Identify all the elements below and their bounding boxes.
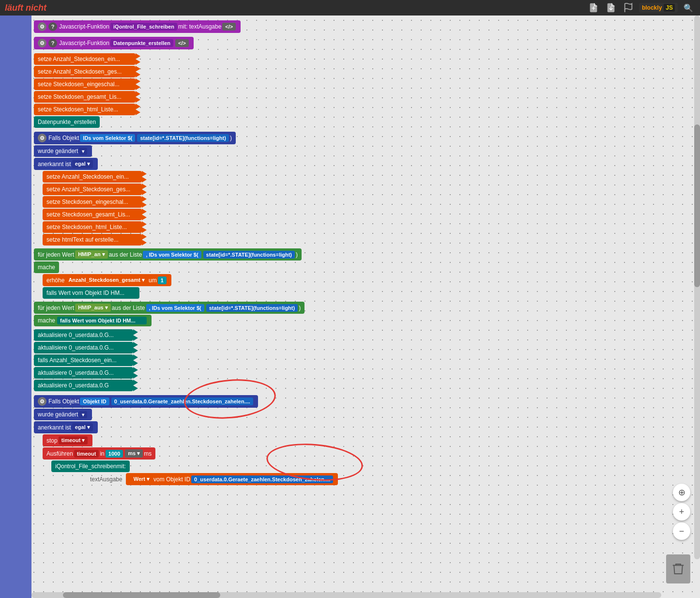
top-bar: läuft nicht blockly JS 🔍 [0, 0, 700, 15]
js-func-2-line: ⚙ ? Javascript-Funktion Datenpunkte_erst… [34, 37, 508, 49]
objekt-id-value-2: 0_userdata.0.Geraete_zaehlen.Steckdosen_… [191, 475, 333, 483]
falls-objekt-2-label: Falls Objekt [48, 398, 79, 405]
set-steckdosen-html[interactable]: setze Steckdosen_html_Liste... [34, 104, 136, 115]
anerkannt-1-line: anerkannt ist egal ▾ [34, 158, 508, 170]
fuer-jeden-1-line: für jeden Wert HMIP_an ▾ aus der Liste ,… [34, 248, 508, 261]
erhoehe-line: erhöhe Anzahl_Steckdosen_gesamt ▾ um 1 [43, 274, 508, 286]
js-func-1-name: iQontrol_File_schreiben [110, 23, 177, 31]
ausfuehren-block[interactable]: Ausführen timeout in 1000 ms ▾ ms [43, 447, 155, 460]
zoom-out-button[interactable]: − [673, 522, 690, 540]
falls-objekt-1[interactable]: ⚙ Falls Objekt IDs vom Selektor $( state… [34, 132, 236, 144]
inner-set-html[interactable]: setze Steckdosen_html_Liste... [43, 221, 142, 233]
q-icon-1: ? [48, 22, 57, 31]
wurde-dropdown-1[interactable]: ▾ [79, 148, 87, 155]
erhoehe-block[interactable]: erhöhe Anzahl_Steckdosen_gesamt ▾ um 1 [43, 274, 171, 286]
akt-3: falls Anzahl_Steckdosen_ein... [34, 354, 508, 366]
wurde-dropdown-2[interactable]: ▾ [79, 411, 87, 418]
search-icon[interactable]: 🔍 [682, 1, 695, 15]
scrollbar-vertical[interactable] [694, 15, 700, 559]
zoom-in-button[interactable]: + [673, 503, 690, 521]
falls-wert-1[interactable]: falls Wert vom Objekt ID HM... [43, 287, 139, 299]
anerkannt-2[interactable]: anerkannt ist egal ▾ [34, 421, 98, 433]
inner-set-anzahl-ges[interactable]: setze Anzahl_Steckdosen_ges... [43, 184, 142, 195]
html-text-block[interactable]: setze htmlText auf erstelle... [43, 234, 142, 245]
timeout-chip-2[interactable]: timeout [74, 450, 99, 458]
akt-block-5[interactable]: aktualisiere 0_userdata.0.G [34, 380, 133, 391]
ausfuehren-line: Ausführen timeout in 1000 ms ▾ ms [43, 447, 508, 460]
wert-block[interactable]: Wert ▾ vom Objekt ID 0_userdata.0.Geraet… [126, 473, 338, 485]
akt-block-1[interactable]: aktualisiere 0_userdata.0.G... [34, 329, 133, 341]
falls-objekt-2[interactable]: ⚙ Falls Objekt Objekt ID 0_userdata.0.Ge… [34, 395, 258, 408]
iqontrol-inner-wrap: iQontrol_File_schreiben mit: textAusgabe… [51, 460, 508, 485]
inner-set-eingesch[interactable]: setze Steckdosen_eingeschal... [43, 196, 142, 208]
wert-chip[interactable]: Wert ▾ [131, 475, 152, 483]
blocks-container: ⚙ ? Javascript-Funktion iQontrol_File_sc… [34, 20, 508, 489]
mache-2-line: mache falls Wert vom Objekt ID HM... [34, 315, 508, 326]
inner-set-4: setze Steckdosen_gesamt_Lis... [43, 209, 508, 220]
mache-1[interactable]: mache [34, 261, 59, 273]
inner-set-gesamt[interactable]: setze Steckdosen_gesamt_Lis... [43, 209, 142, 220]
wurde-label-1: wurde geändert [38, 148, 78, 154]
ms-unit[interactable]: ms ▾ [125, 449, 143, 458]
set-blocks-section: setze Anzahl_Steckdosen_ein... setze Anz… [34, 53, 508, 128]
selector-value-2: state[id=*.STATE](functions=light) [203, 251, 295, 259]
mache-2[interactable]: mache falls Wert vom Objekt ID HM... [34, 315, 152, 326]
toolbar-icons: blockly JS 🔍 [587, 1, 695, 15]
js-func-1-block[interactable]: ⚙ ? Javascript-Funktion iQontrol_File_sc… [34, 20, 241, 33]
falls-anzahl-block[interactable]: falls Anzahl_Steckdosen_ein... [34, 354, 133, 366]
gear-icon-4: ⚙ [38, 397, 46, 406]
time-value: 1000 [106, 450, 123, 458]
stop-timeout-block[interactable]: stop timeout ▾ [43, 434, 92, 446]
import-icon[interactable] [604, 1, 618, 15]
set-anzahl-ges[interactable]: setze Anzahl_Steckdosen_ges... [34, 66, 136, 77]
zoom-controls: ⊕ + − [673, 484, 690, 540]
fuer-jeden-2-line: für jeden Wert HMIP_aus ▾ aus der Liste … [34, 302, 508, 314]
wurde-geandert-1-line: wurde geändert ▾ [34, 145, 508, 157]
anerkannt-label-2: anerkannt ist [38, 424, 71, 431]
js-func-1-code: </> [222, 23, 236, 31]
trash-icon[interactable] [666, 554, 690, 583]
js-label: JS [664, 4, 675, 12]
inner-set-blocks: setze Anzahl_Steckdosen_ein... setze Anz… [43, 171, 508, 245]
wurde-geandert-2[interactable]: wurde geändert ▾ [34, 409, 92, 420]
sel-close-3: ) [299, 305, 301, 311]
inner-set-2: setze Anzahl_Steckdosen_ges... [43, 184, 508, 195]
scrollbar-horizontal[interactable] [31, 592, 661, 598]
akt-block-4[interactable]: aktualisiere 0_userdata.0.G... [34, 367, 133, 379]
timeout-chip-1[interactable]: timeout ▾ [59, 436, 88, 445]
export-icon[interactable] [587, 1, 600, 15]
hmip-aus-chip[interactable]: HMIP_aus ▾ [75, 304, 111, 312]
datenpunkte-erstellen[interactable]: Datenpunkte_erstellen [34, 116, 100, 128]
iqontrol-inner-block[interactable]: iQontrol_File_schreiben mit: [51, 460, 130, 472]
workspace: ⚙ ? Javascript-Funktion iQontrol_File_sc… [0, 15, 700, 598]
akt-block-2[interactable]: aktualisiere 0_userdata.0.G... [34, 342, 133, 353]
anerkannt-1[interactable]: anerkannt ist egal ▾ [34, 158, 98, 170]
zoom-center-button[interactable]: ⊕ [673, 484, 690, 501]
fuer-jeden-label-1: für jeden Wert [38, 251, 74, 258]
set-steckdosen-gesamt[interactable]: setze Steckdosen_gesamt_Lis... [34, 91, 136, 103]
selector-value-3: state[id=*.STATE](functions=light) [206, 304, 298, 312]
blockly-label: blockly [642, 4, 662, 11]
set-block-2: setze Anzahl_Steckdosen_ges... [34, 66, 508, 77]
fuer-jeden-1[interactable]: für jeden Wert HMIP_an ▾ aus der Liste ,… [34, 248, 302, 261]
falls-wert-2[interactable]: falls Wert vom Objekt ID HM... [57, 317, 147, 324]
egal-chip-2[interactable]: egal ▾ [72, 423, 93, 431]
js-func-2-block[interactable]: ⚙ ? Javascript-Funktion Datenpunkte_erst… [34, 37, 194, 49]
set-steckdosen-eingesch[interactable]: setze Steckdosen_eingeschal... [34, 78, 136, 90]
flag-icon[interactable] [622, 1, 635, 15]
inner-set-anzahl-ein[interactable]: setze Anzahl_Steckdosen_ein... [43, 171, 142, 183]
set-anzahl-ein[interactable]: setze Anzahl_Steckdosen_ein... [34, 53, 136, 65]
akt-2: aktualisiere 0_userdata.0.G... [34, 342, 508, 353]
hmip-an-chip[interactable]: HMIP_an ▾ [75, 250, 108, 259]
value-1: 1 [158, 276, 167, 284]
anzahl-steckdosen-chip[interactable]: Anzahl_Steckdosen_gesamt ▾ [65, 276, 148, 284]
um-text: um [149, 277, 157, 284]
iqontrol-inner-line: iQontrol_File_schreiben mit: [51, 460, 508, 472]
js-func-1-section: ⚙ ? Javascript-Funktion iQontrol_File_sc… [34, 20, 508, 33]
scrollbar-v-thumb[interactable] [694, 124, 700, 288]
fuer-jeden-label-2: für jeden Wert [38, 305, 74, 311]
scrollbar-h-thumb[interactable] [63, 592, 220, 598]
wurde-geandert-1[interactable]: wurde geändert ▾ [34, 145, 92, 157]
egal-chip-1[interactable]: egal ▾ [72, 160, 93, 168]
fuer-jeden-2[interactable]: für jeden Wert HMIP_aus ▾ aus der Liste … [34, 302, 304, 314]
